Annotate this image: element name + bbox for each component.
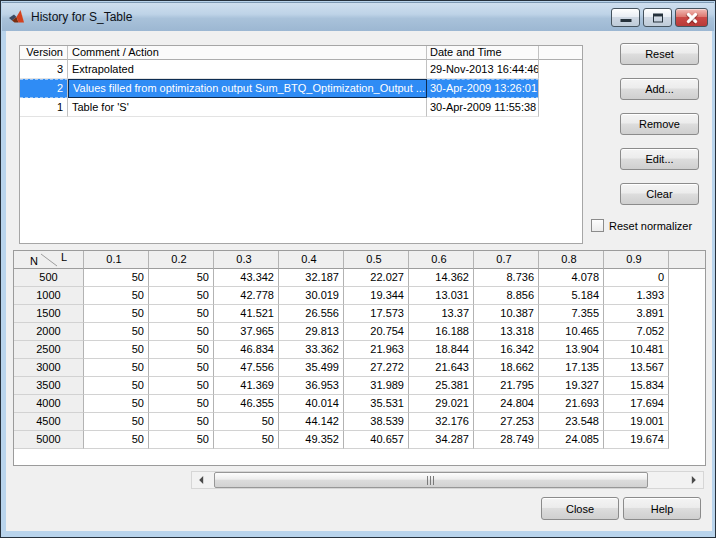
data-cell[interactable]: 14.362 <box>409 269 474 287</box>
data-cell[interactable]: 21.795 <box>474 377 539 395</box>
data-cell[interactable]: 50 <box>84 413 149 431</box>
data-cell[interactable]: 29.021 <box>409 395 474 413</box>
data-cell[interactable]: 13.904 <box>539 341 604 359</box>
history-row[interactable]: 3Extrapolated29-Nov-2013 16:44:46 <box>20 60 582 79</box>
data-cell[interactable]: 36.953 <box>279 377 344 395</box>
data-cell[interactable]: 33.362 <box>279 341 344 359</box>
data-cell[interactable]: 18.662 <box>474 359 539 377</box>
data-cell[interactable]: 50 <box>149 305 214 323</box>
history-col-date[interactable]: Date and Time <box>427 46 539 60</box>
data-cell[interactable]: 35.499 <box>279 359 344 377</box>
history-cell-date[interactable]: 30-Apr-2009 13:26:01 <box>427 79 539 98</box>
data-cell[interactable]: 34.287 <box>409 431 474 449</box>
scrollbar-thumb[interactable] <box>214 472 648 488</box>
data-cell[interactable]: 13.318 <box>474 323 539 341</box>
data-cell[interactable]: 19.001 <box>604 413 669 431</box>
data-cell[interactable]: 20.754 <box>344 323 409 341</box>
horizontal-scrollbar[interactable] <box>191 471 704 489</box>
data-cell[interactable]: 50 <box>214 413 279 431</box>
data-cell[interactable]: 41.521 <box>214 305 279 323</box>
history-cell-version[interactable]: 2 <box>20 79 68 98</box>
data-cell[interactable]: 29.813 <box>279 323 344 341</box>
data-cell[interactable]: 50 <box>84 305 149 323</box>
history-col-comment[interactable]: Comment / Action <box>68 46 427 60</box>
data-cell[interactable]: 40.014 <box>279 395 344 413</box>
data-cell[interactable]: 16.342 <box>474 341 539 359</box>
data-cell[interactable]: 50 <box>84 287 149 305</box>
data-cell[interactable]: 50 <box>149 395 214 413</box>
data-cell[interactable]: 10.465 <box>539 323 604 341</box>
data-cell[interactable]: 50 <box>149 323 214 341</box>
data-cell[interactable]: 50 <box>84 341 149 359</box>
data-cell[interactable]: 17.694 <box>604 395 669 413</box>
data-cell[interactable]: 31.989 <box>344 377 409 395</box>
remove-button[interactable]: Remove <box>620 113 699 135</box>
data-cell[interactable]: 30.019 <box>279 287 344 305</box>
data-cell[interactable]: 21.963 <box>344 341 409 359</box>
data-cell[interactable]: 32.187 <box>279 269 344 287</box>
scrollbar-track[interactable] <box>208 472 687 488</box>
history-cell-date[interactable]: 30-Apr-2009 11:55:38 <box>427 98 539 117</box>
data-cell[interactable]: 50 <box>84 377 149 395</box>
scroll-left-button[interactable] <box>192 472 208 488</box>
data-cell[interactable]: 43.342 <box>214 269 279 287</box>
data-cell[interactable]: 50 <box>149 287 214 305</box>
data-cell[interactable]: 50 <box>84 431 149 449</box>
history-cell-comment[interactable]: Values filled from optimization output S… <box>68 79 427 98</box>
clear-button[interactable]: Clear <box>620 183 699 205</box>
maximize-button[interactable] <box>643 8 672 27</box>
data-cell[interactable]: 27.253 <box>474 413 539 431</box>
data-cell[interactable]: 23.548 <box>539 413 604 431</box>
data-cell[interactable]: 17.135 <box>539 359 604 377</box>
data-cell[interactable]: 50 <box>84 359 149 377</box>
data-cell[interactable]: 19.674 <box>604 431 669 449</box>
data-cell[interactable]: 44.142 <box>279 413 344 431</box>
data-cell[interactable]: 42.778 <box>214 287 279 305</box>
data-cell[interactable]: 7.355 <box>539 305 604 323</box>
data-cell[interactable]: 18.844 <box>409 341 474 359</box>
history-col-version[interactable]: Version <box>20 46 68 60</box>
history-cell-comment[interactable]: Table for 'S' <box>68 98 427 117</box>
data-cell[interactable]: 50 <box>84 395 149 413</box>
data-cell[interactable]: 50 <box>149 269 214 287</box>
data-cell[interactable]: 13.37 <box>409 305 474 323</box>
data-cell[interactable]: 21.643 <box>409 359 474 377</box>
data-cell[interactable]: 26.556 <box>279 305 344 323</box>
reset-button[interactable]: Reset <box>620 43 699 65</box>
data-cell[interactable]: 19.344 <box>344 287 409 305</box>
scroll-right-button[interactable] <box>687 472 703 488</box>
data-cell[interactable]: 24.085 <box>539 431 604 449</box>
data-cell[interactable]: 10.481 <box>604 341 669 359</box>
add-button[interactable]: Add... <box>620 78 699 100</box>
data-cell[interactable]: 35.531 <box>344 395 409 413</box>
data-cell[interactable]: 50 <box>149 377 214 395</box>
data-cell[interactable]: 25.381 <box>409 377 474 395</box>
data-cell[interactable]: 27.272 <box>344 359 409 377</box>
data-cell[interactable]: 50 <box>84 269 149 287</box>
history-cell-version[interactable]: 3 <box>20 60 68 79</box>
data-cell[interactable]: 38.539 <box>344 413 409 431</box>
history-row[interactable]: 1Table for 'S'30-Apr-2009 11:55:38 <box>20 98 582 117</box>
data-cell[interactable]: 50 <box>214 431 279 449</box>
data-cell[interactable]: 15.834 <box>604 377 669 395</box>
close-window-button[interactable] <box>675 8 708 27</box>
data-cell[interactable]: 28.749 <box>474 431 539 449</box>
history-cell-date[interactable]: 29-Nov-2013 16:44:46 <box>427 60 539 79</box>
help-button[interactable]: Help <box>623 497 701 520</box>
history-cell-comment[interactable]: Extrapolated <box>68 60 427 79</box>
data-cell[interactable]: 22.027 <box>344 269 409 287</box>
data-cell[interactable]: 46.834 <box>214 341 279 359</box>
history-cell-version[interactable]: 1 <box>20 98 68 117</box>
data-cell[interactable]: 8.856 <box>474 287 539 305</box>
data-cell[interactable]: 17.573 <box>344 305 409 323</box>
data-cell[interactable]: 40.657 <box>344 431 409 449</box>
data-cell[interactable]: 41.369 <box>214 377 279 395</box>
data-cell[interactable]: 50 <box>149 413 214 431</box>
data-cell[interactable]: 49.352 <box>279 431 344 449</box>
data-cell[interactable]: 8.736 <box>474 269 539 287</box>
data-cell[interactable]: 50 <box>149 359 214 377</box>
data-cell[interactable]: 10.387 <box>474 305 539 323</box>
close-button[interactable]: Close <box>541 497 619 520</box>
reset-normalizer-checkbox[interactable] <box>591 219 604 232</box>
data-cell[interactable]: 47.556 <box>214 359 279 377</box>
